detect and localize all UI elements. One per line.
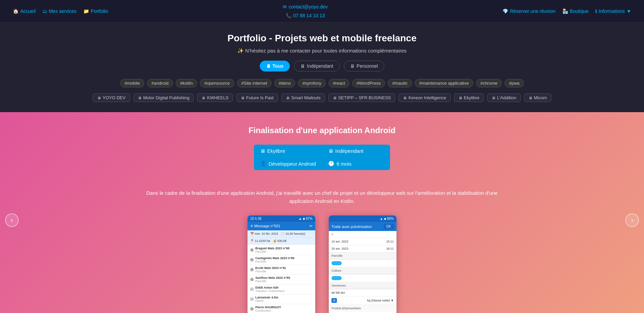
tag-item[interactable]: #react	[328, 79, 349, 87]
client-screen-icon: 🖥	[286, 96, 289, 100]
hero-section: Portfolio - Projets web et mobile freela…	[0, 23, 644, 112]
screen-icon-tous: 🖥	[266, 63, 271, 69]
client-screen-icon: 🖥	[241, 96, 244, 100]
tag-item[interactable]: #mautic	[388, 79, 412, 87]
client-badge-item[interactable]: 🖥 Micom	[524, 93, 551, 102]
tab-tous[interactable]: 🖥 Tous	[260, 61, 290, 71]
nav-portfolio[interactable]: 📁 Portfolio	[81, 7, 111, 15]
client-screen-icon: 🖥	[492, 96, 495, 100]
clients-container: 🖥 YOYO DEV🖥 Motor Digital Publishing🖥 KW…	[7, 93, 637, 105]
tag-item[interactable]: #maintenance applicative	[415, 79, 473, 87]
meta-type: 🖥 Indépendant	[322, 145, 390, 157]
client-badge-item[interactable]: 🖥 Ekylibre	[454, 93, 484, 102]
tag-item[interactable]: #symfony	[298, 79, 326, 87]
screen-icon-type: 🖥	[328, 148, 333, 154]
page-subtitle: ✨ N'hésitez pas à me contacter pour tout…	[7, 48, 637, 54]
project-description: Dans le cadre de la finalisation d'une a…	[136, 189, 508, 205]
meta-client: 🖥 Ekylibre	[254, 145, 322, 157]
screen-icon-client: 🖥	[260, 148, 265, 154]
email-icon: ✉	[283, 4, 287, 9]
client-badge-item[interactable]: 🖥 Future Is Past	[236, 93, 278, 102]
home-icon: 🏠	[13, 8, 19, 14]
screenshot-1: 15 h 36 ▲ ■ 97% ✕ Message n°561 ✏ 📅 mer.…	[248, 215, 315, 313]
tag-item[interactable]: #mobile	[120, 79, 145, 87]
diamond-icon: 💎	[502, 8, 508, 14]
nav-boutique[interactable]: 🏪 Boutique	[560, 7, 591, 15]
navbar: 🏠 Accueil 🗂 Mes services 📁 Portfolio ✉ c…	[0, 0, 644, 23]
prev-arrow[interactable]: ‹	[5, 213, 19, 227]
nav-mes-services[interactable]: 🗂 Mes services	[40, 7, 79, 15]
portfolio-icon: 📁	[83, 8, 89, 14]
client-screen-icon: 🖥	[403, 96, 407, 100]
next-arrow[interactable]: ›	[625, 213, 639, 227]
tag-item[interactable]: #Site internet	[237, 79, 272, 87]
client-badge-item[interactable]: 🖥 Smart Mailouts	[281, 93, 325, 102]
client-screen-icon: 🖥	[97, 96, 101, 100]
client-badge-item[interactable]: 🖥 L'Addition	[487, 93, 521, 102]
tag-item[interactable]: #chrome	[476, 79, 502, 87]
phone-icon: 📞	[286, 13, 292, 18]
tag-item[interactable]: #pwa	[505, 79, 524, 87]
client-screen-icon: 🖥	[529, 96, 532, 100]
project-meta: 🖥 Ekylibre 🖥 Indépendant 👤 Développeur A…	[254, 145, 390, 170]
nav-reserver[interactable]: 💎 Réserver une réunion	[500, 7, 558, 15]
client-badge-item[interactable]: 🖥 KWHEELS	[197, 93, 233, 102]
tag-item[interactable]: #deno	[274, 79, 295, 87]
screenshots-container: 15 h 36 ▲ ■ 97% ✕ Message n°561 ✏ 📅 mer.…	[10, 215, 634, 313]
client-badge-item[interactable]: 🖥 Motor Digital Publishing	[133, 93, 194, 102]
tag-item[interactable]: #kotlin	[176, 79, 197, 87]
meta-duration: 🕐 6 mois	[322, 157, 390, 170]
tab-independant[interactable]: 🖥 Indépendant	[294, 61, 340, 71]
client-screen-icon: 🖥	[458, 96, 462, 100]
nav-phone[interactable]: 📞 07 88 14 10 13	[283, 12, 327, 20]
nav-informations[interactable]: ℹ Informations ▼	[593, 7, 634, 15]
briefcase-icon: 🗂	[42, 8, 47, 14]
client-badge-item[interactable]: 🖥 Kereon Intelligence	[399, 93, 450, 102]
client-screen-icon: 🖥	[201, 96, 205, 100]
chevron-left-icon: ‹	[11, 216, 13, 224]
clock-icon: 🕐	[328, 161, 335, 167]
tag-item[interactable]: #opensource	[200, 79, 234, 87]
meta-role: 👤 Développeur Android	[254, 157, 322, 170]
filter-tabs: 🖥 Tous 🖥 Indépendant 🖥 Personnel	[7, 61, 637, 71]
person-icon: 👤	[260, 161, 266, 167]
screen-icon-independant: 🖥	[300, 63, 305, 69]
nav-email[interactable]: ✉ contact@yoyo.dev	[280, 3, 330, 11]
screenshot-2: ▲ ■ 96% Traite avec pulvérisation OK + 1…	[329, 215, 396, 313]
tab-personnel[interactable]: 🖥 Personnel	[344, 61, 384, 71]
tag-item[interactable]: #android	[147, 79, 173, 87]
tag-item[interactable]: #WordPress	[352, 79, 385, 87]
nav-accueil[interactable]: 🏠 Accueil	[10, 7, 38, 15]
chevron-right-icon: ›	[631, 216, 634, 224]
screen-icon-personnel: 🖥	[350, 63, 355, 69]
client-screen-icon: 🖥	[138, 96, 142, 100]
client-badge-item[interactable]: 🖥 SETIPP – SFR BUSINESS	[328, 93, 395, 102]
chevron-down-icon: ▼	[626, 8, 631, 14]
nav-contact: ✉ contact@yoyo.dev 📞 07 88 14 10 13	[280, 3, 330, 20]
tags-container: #mobile#android#kotlin#opensource#Site i…	[7, 79, 637, 87]
info-icon: ℹ	[595, 8, 597, 14]
client-badge-item[interactable]: 🖥 YOYO DEV	[93, 93, 130, 102]
project-section: ‹ › Finalisation d'une application Andro…	[0, 112, 644, 313]
page-title: Portfolio - Projets web et mobile freela…	[7, 33, 637, 44]
project-title: Finalisation d'une application Android	[10, 126, 634, 135]
client-screen-icon: 🖥	[333, 96, 337, 100]
shop-icon: 🏪	[562, 8, 568, 14]
